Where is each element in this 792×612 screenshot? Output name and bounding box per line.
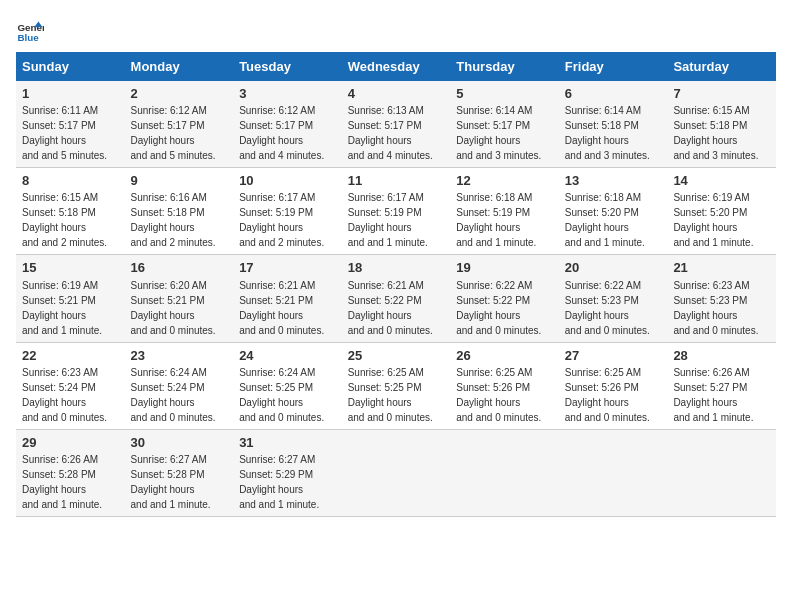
logo-icon: General Blue	[16, 16, 44, 44]
calendar-cell: 24Sunrise: 6:24 AMSunset: 5:25 PMDayligh…	[233, 342, 342, 429]
week-row: 1Sunrise: 6:11 AMSunset: 5:17 PMDaylight…	[16, 81, 776, 168]
calendar-cell	[450, 429, 559, 516]
calendar-cell: 9Sunrise: 6:16 AMSunset: 5:18 PMDaylight…	[125, 168, 234, 255]
sunrise-info: Sunrise: 6:18 AMSunset: 5:20 PMDaylight …	[565, 192, 645, 248]
day-number: 10	[239, 172, 336, 190]
header-cell-friday: Friday	[559, 52, 668, 81]
calendar-cell: 1Sunrise: 6:11 AMSunset: 5:17 PMDaylight…	[16, 81, 125, 168]
sunrise-info: Sunrise: 6:16 AMSunset: 5:18 PMDaylight …	[131, 192, 216, 248]
week-row: 15Sunrise: 6:19 AMSunset: 5:21 PMDayligh…	[16, 255, 776, 342]
calendar-cell	[342, 429, 451, 516]
day-number: 3	[239, 85, 336, 103]
day-number: 17	[239, 259, 336, 277]
calendar-cell: 10Sunrise: 6:17 AMSunset: 5:19 PMDayligh…	[233, 168, 342, 255]
header-cell-saturday: Saturday	[667, 52, 776, 81]
day-number: 8	[22, 172, 119, 190]
sunrise-info: Sunrise: 6:19 AMSunset: 5:21 PMDaylight …	[22, 280, 102, 336]
header-cell-sunday: Sunday	[16, 52, 125, 81]
day-number: 26	[456, 347, 553, 365]
day-number: 27	[565, 347, 662, 365]
day-number: 15	[22, 259, 119, 277]
sunrise-info: Sunrise: 6:22 AMSunset: 5:22 PMDaylight …	[456, 280, 541, 336]
day-number: 21	[673, 259, 770, 277]
sunrise-info: Sunrise: 6:25 AMSunset: 5:26 PMDaylight …	[456, 367, 541, 423]
sunrise-info: Sunrise: 6:26 AMSunset: 5:28 PMDaylight …	[22, 454, 102, 510]
day-number: 1	[22, 85, 119, 103]
sunrise-info: Sunrise: 6:14 AMSunset: 5:18 PMDaylight …	[565, 105, 650, 161]
day-number: 4	[348, 85, 445, 103]
header-cell-monday: Monday	[125, 52, 234, 81]
day-number: 16	[131, 259, 228, 277]
calendar-cell: 15Sunrise: 6:19 AMSunset: 5:21 PMDayligh…	[16, 255, 125, 342]
calendar-cell	[559, 429, 668, 516]
day-number: 25	[348, 347, 445, 365]
header-cell-thursday: Thursday	[450, 52, 559, 81]
sunrise-info: Sunrise: 6:17 AMSunset: 5:19 PMDaylight …	[239, 192, 324, 248]
day-number: 11	[348, 172, 445, 190]
day-number: 6	[565, 85, 662, 103]
day-number: 20	[565, 259, 662, 277]
calendar-cell: 11Sunrise: 6:17 AMSunset: 5:19 PMDayligh…	[342, 168, 451, 255]
sunrise-info: Sunrise: 6:24 AMSunset: 5:25 PMDaylight …	[239, 367, 324, 423]
sunrise-info: Sunrise: 6:20 AMSunset: 5:21 PMDaylight …	[131, 280, 216, 336]
sunrise-info: Sunrise: 6:21 AMSunset: 5:21 PMDaylight …	[239, 280, 324, 336]
calendar-cell: 25Sunrise: 6:25 AMSunset: 5:25 PMDayligh…	[342, 342, 451, 429]
sunrise-info: Sunrise: 6:27 AMSunset: 5:28 PMDaylight …	[131, 454, 211, 510]
calendar-cell: 21Sunrise: 6:23 AMSunset: 5:23 PMDayligh…	[667, 255, 776, 342]
sunrise-info: Sunrise: 6:23 AMSunset: 5:24 PMDaylight …	[22, 367, 107, 423]
day-number: 12	[456, 172, 553, 190]
sunrise-info: Sunrise: 6:17 AMSunset: 5:19 PMDaylight …	[348, 192, 428, 248]
sunrise-info: Sunrise: 6:11 AMSunset: 5:17 PMDaylight …	[22, 105, 107, 161]
calendar-cell: 12Sunrise: 6:18 AMSunset: 5:19 PMDayligh…	[450, 168, 559, 255]
day-number: 30	[131, 434, 228, 452]
sunrise-info: Sunrise: 6:12 AMSunset: 5:17 PMDaylight …	[131, 105, 216, 161]
header-cell-wednesday: Wednesday	[342, 52, 451, 81]
sunrise-info: Sunrise: 6:21 AMSunset: 5:22 PMDaylight …	[348, 280, 433, 336]
calendar-cell: 4Sunrise: 6:13 AMSunset: 5:17 PMDaylight…	[342, 81, 451, 168]
sunrise-info: Sunrise: 6:19 AMSunset: 5:20 PMDaylight …	[673, 192, 753, 248]
week-row: 29Sunrise: 6:26 AMSunset: 5:28 PMDayligh…	[16, 429, 776, 516]
calendar-cell: 6Sunrise: 6:14 AMSunset: 5:18 PMDaylight…	[559, 81, 668, 168]
day-number: 28	[673, 347, 770, 365]
header: General Blue	[16, 16, 776, 44]
calendar-cell: 5Sunrise: 6:14 AMSunset: 5:17 PMDaylight…	[450, 81, 559, 168]
header-cell-tuesday: Tuesday	[233, 52, 342, 81]
calendar-cell: 17Sunrise: 6:21 AMSunset: 5:21 PMDayligh…	[233, 255, 342, 342]
day-number: 24	[239, 347, 336, 365]
calendar-cell: 23Sunrise: 6:24 AMSunset: 5:24 PMDayligh…	[125, 342, 234, 429]
calendar-cell: 20Sunrise: 6:22 AMSunset: 5:23 PMDayligh…	[559, 255, 668, 342]
day-number: 14	[673, 172, 770, 190]
calendar-cell: 31Sunrise: 6:27 AMSunset: 5:29 PMDayligh…	[233, 429, 342, 516]
calendar-cell: 19Sunrise: 6:22 AMSunset: 5:22 PMDayligh…	[450, 255, 559, 342]
sunrise-info: Sunrise: 6:22 AMSunset: 5:23 PMDaylight …	[565, 280, 650, 336]
sunrise-info: Sunrise: 6:27 AMSunset: 5:29 PMDaylight …	[239, 454, 319, 510]
sunrise-info: Sunrise: 6:13 AMSunset: 5:17 PMDaylight …	[348, 105, 433, 161]
logo: General Blue	[16, 16, 44, 44]
svg-text:Blue: Blue	[17, 32, 39, 43]
sunrise-info: Sunrise: 6:15 AMSunset: 5:18 PMDaylight …	[22, 192, 107, 248]
calendar-cell: 2Sunrise: 6:12 AMSunset: 5:17 PMDaylight…	[125, 81, 234, 168]
calendar-cell: 30Sunrise: 6:27 AMSunset: 5:28 PMDayligh…	[125, 429, 234, 516]
day-number: 9	[131, 172, 228, 190]
calendar-table: SundayMondayTuesdayWednesdayThursdayFrid…	[16, 52, 776, 517]
week-row: 8Sunrise: 6:15 AMSunset: 5:18 PMDaylight…	[16, 168, 776, 255]
day-number: 22	[22, 347, 119, 365]
calendar-cell: 26Sunrise: 6:25 AMSunset: 5:26 PMDayligh…	[450, 342, 559, 429]
calendar-cell: 22Sunrise: 6:23 AMSunset: 5:24 PMDayligh…	[16, 342, 125, 429]
calendar-cell: 13Sunrise: 6:18 AMSunset: 5:20 PMDayligh…	[559, 168, 668, 255]
calendar-cell: 28Sunrise: 6:26 AMSunset: 5:27 PMDayligh…	[667, 342, 776, 429]
calendar-cell: 27Sunrise: 6:25 AMSunset: 5:26 PMDayligh…	[559, 342, 668, 429]
day-number: 18	[348, 259, 445, 277]
calendar-cell: 7Sunrise: 6:15 AMSunset: 5:18 PMDaylight…	[667, 81, 776, 168]
sunrise-info: Sunrise: 6:15 AMSunset: 5:18 PMDaylight …	[673, 105, 758, 161]
sunrise-info: Sunrise: 6:25 AMSunset: 5:26 PMDaylight …	[565, 367, 650, 423]
sunrise-info: Sunrise: 6:18 AMSunset: 5:19 PMDaylight …	[456, 192, 536, 248]
calendar-cell: 14Sunrise: 6:19 AMSunset: 5:20 PMDayligh…	[667, 168, 776, 255]
sunrise-info: Sunrise: 6:23 AMSunset: 5:23 PMDaylight …	[673, 280, 758, 336]
calendar-cell: 8Sunrise: 6:15 AMSunset: 5:18 PMDaylight…	[16, 168, 125, 255]
calendar-cell: 18Sunrise: 6:21 AMSunset: 5:22 PMDayligh…	[342, 255, 451, 342]
day-number: 31	[239, 434, 336, 452]
day-number: 19	[456, 259, 553, 277]
header-row: SundayMondayTuesdayWednesdayThursdayFrid…	[16, 52, 776, 81]
day-number: 7	[673, 85, 770, 103]
